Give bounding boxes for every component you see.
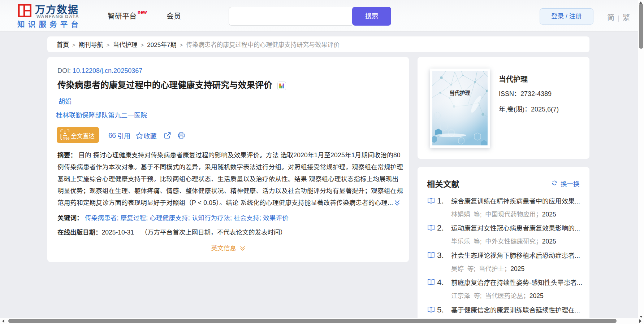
svg-text:当代护理: 当代护理 [449,90,470,96]
svg-text:free: free [63,136,70,140]
